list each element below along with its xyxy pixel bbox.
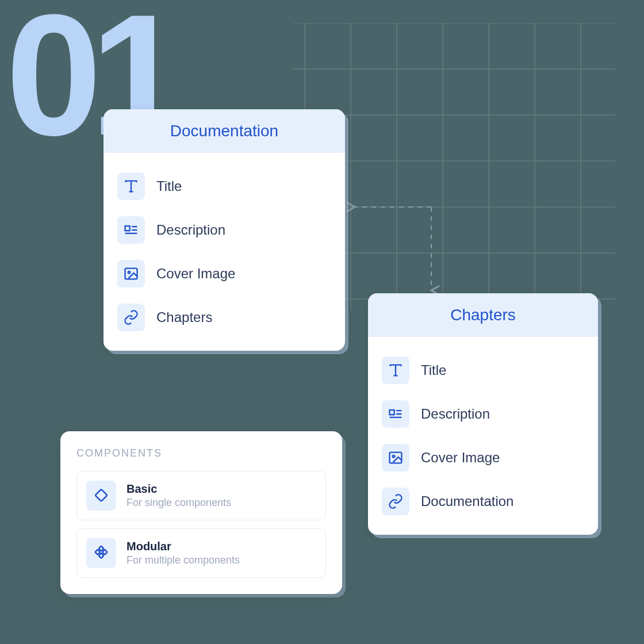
field-cover-image[interactable]: Cover Image <box>117 252 331 296</box>
svg-rect-31 <box>95 550 100 555</box>
chapters-card: Chapters Title Description Cover Image D… <box>368 293 598 535</box>
field-label: Description <box>421 406 490 422</box>
svg-rect-29 <box>99 546 104 551</box>
field-title[interactable]: Title <box>117 164 331 208</box>
svg-point-21 <box>128 271 131 274</box>
component-modular[interactable]: Modular For multiple components <box>76 528 326 578</box>
image-icon <box>382 444 409 471</box>
modular-icon <box>86 538 116 568</box>
svg-rect-30 <box>99 553 104 558</box>
diamond-icon <box>86 481 116 511</box>
component-basic[interactable]: Basic For single components <box>76 471 326 520</box>
components-heading: COMPONENTS <box>76 447 326 459</box>
documentation-card: Documentation Title Description Cover Im… <box>103 109 345 351</box>
svg-rect-32 <box>102 550 108 555</box>
field-documentation[interactable]: Documentation <box>382 480 584 523</box>
type-icon <box>117 172 145 200</box>
connector-arrows <box>345 195 448 299</box>
svg-rect-16 <box>125 226 130 231</box>
component-subtitle: For single components <box>126 497 231 509</box>
image-icon <box>117 260 145 288</box>
field-label: Documentation <box>421 493 513 509</box>
field-chapters[interactable]: Chapters <box>117 296 331 339</box>
field-label: Title <box>421 362 446 378</box>
component-subtitle: For multiple components <box>126 554 240 566</box>
field-label: Chapters <box>156 309 212 325</box>
chapters-card-title: Chapters <box>368 293 598 337</box>
field-label: Title <box>156 178 182 194</box>
field-description[interactable]: Description <box>382 392 584 436</box>
svg-point-27 <box>393 455 395 458</box>
field-label: Cover Image <box>156 266 235 282</box>
svg-rect-22 <box>390 410 394 415</box>
documentation-card-title: Documentation <box>103 109 345 153</box>
components-card: COMPONENTS Basic For single components M… <box>60 431 342 594</box>
description-icon <box>117 216 145 244</box>
svg-rect-28 <box>95 489 107 501</box>
description-icon <box>382 400 409 428</box>
field-description[interactable]: Description <box>117 208 331 252</box>
link-icon <box>117 304 145 331</box>
field-title[interactable]: Title <box>382 348 584 392</box>
component-title: Basic <box>126 482 231 496</box>
link-icon <box>382 488 409 515</box>
field-cover-image[interactable]: Cover Image <box>382 436 584 480</box>
field-label: Description <box>156 222 225 238</box>
type-icon <box>382 356 409 384</box>
component-title: Modular <box>126 540 240 553</box>
field-label: Cover Image <box>421 450 500 466</box>
